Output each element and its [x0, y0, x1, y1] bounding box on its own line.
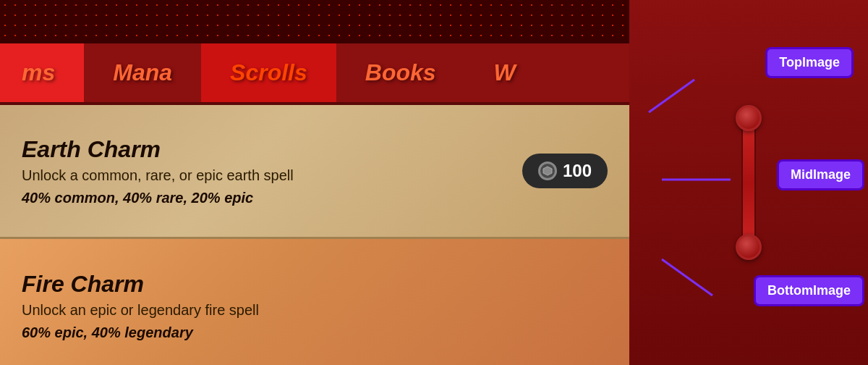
earth-charm-cost-badge[interactable]: 100 — [522, 154, 608, 188]
annotation-bottom-label: BottomImage — [767, 283, 851, 298]
svg-marker-0 — [543, 167, 552, 175]
nav-label-scrolls: Scrolls — [230, 59, 307, 86]
nav-label-ms: ms — [22, 59, 55, 86]
nav-item-mana[interactable]: Mana — [84, 43, 201, 102]
scrollbar-thumb-mid — [743, 118, 754, 247]
nav-label-mana: Mana — [113, 59, 172, 86]
fire-charm-title: Fire Charm — [22, 271, 608, 298]
nav-item-scrolls[interactable]: Scrolls — [201, 43, 336, 102]
fire-charm-description: Unlock an epic or legendary fire spell — [22, 302, 608, 319]
fire-charm-card[interactable]: Fire Charm Unlock an epic or legendary f… — [0, 239, 629, 365]
nav-label-books: Books — [365, 59, 436, 86]
nav-item-books[interactable]: Books — [336, 43, 465, 102]
cost-icon — [538, 161, 557, 180]
earth-charm-description: Unlock a common, rare, or epic earth spe… — [22, 167, 608, 184]
annotation-top-image: TopImage — [765, 47, 854, 78]
annotation-mid-image: MidImage — [777, 159, 864, 190]
earth-charm-title: Earth Charm — [22, 136, 608, 163]
annotation-bottom-image: BottomImage — [754, 275, 864, 306]
annotation-top-label: TopImage — [779, 55, 840, 70]
nav-item-w[interactable]: W — [465, 43, 545, 102]
annotation-mid-label: MidImage — [791, 167, 851, 182]
earth-charm-rarity: 40% common, 40% rare, 20% epic — [22, 190, 608, 206]
nav-item-ms[interactable]: ms — [0, 43, 84, 102]
scrollbar-thumb-top[interactable] — [736, 105, 762, 131]
nav-label-w: W — [494, 59, 516, 86]
navigation-bar: ms Mana Scrolls Books W — [0, 43, 687, 105]
fire-charm-rarity: 60% epic, 40% legendary — [22, 324, 608, 341]
scrollbar-thumb-bottom[interactable] — [736, 234, 762, 260]
content-area: Earth Charm Unlock a common, rare, or ep… — [0, 105, 629, 365]
cost-value: 100 — [563, 161, 592, 181]
earth-charm-card[interactable]: Earth Charm Unlock a common, rare, or ep… — [0, 105, 629, 239]
